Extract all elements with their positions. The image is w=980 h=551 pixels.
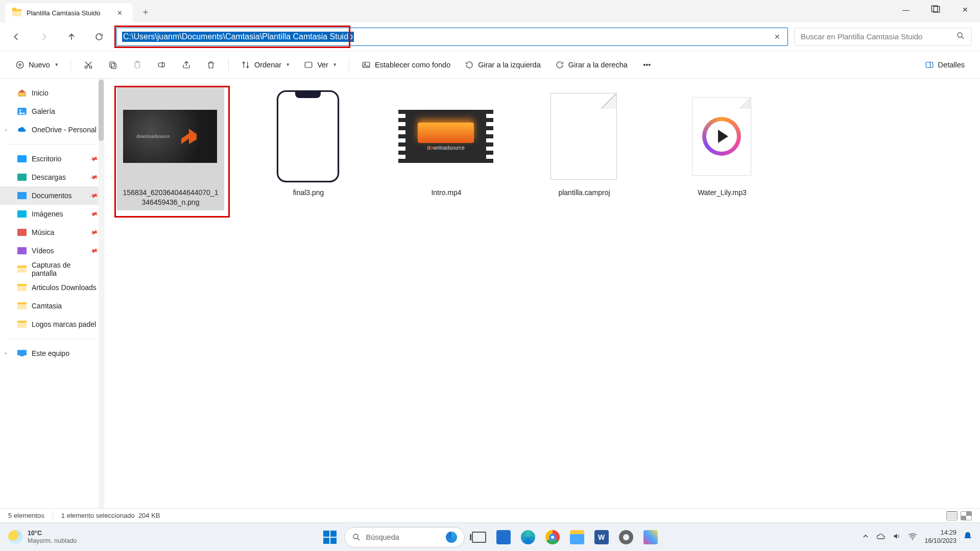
sidebar-label: Escritorio xyxy=(32,155,61,163)
set-background-button[interactable]: Establecer como fondo xyxy=(356,56,456,74)
taskbar-search[interactable]: Búsqueda xyxy=(344,527,465,547)
back-button[interactable] xyxy=(8,29,25,45)
address-bar[interactable]: C:\Users\juanm\Documents\Camtasia\Planti… xyxy=(116,28,788,46)
icons-view-button[interactable] xyxy=(961,511,972,520)
scrollbar-thumb[interactable] xyxy=(99,80,104,141)
paste-icon xyxy=(133,60,142,69)
new-button[interactable]: Nuevo ▾ xyxy=(10,56,63,74)
selection-info: 1 elemento seleccionado 204 KB xyxy=(61,512,160,519)
search-placeholder: Buscar en Plantilla Camtasia Stuido xyxy=(801,32,922,41)
maximize-icon xyxy=(931,5,940,14)
store-icon xyxy=(496,530,511,544)
rotate-left-button[interactable]: Girar a la izquierda xyxy=(460,56,546,74)
navigation-sidebar[interactable]: Inicio Galería › OneDrive - Personal Esc… xyxy=(0,79,104,508)
taskbar-app-paint[interactable] xyxy=(640,527,661,547)
minimize-button[interactable]: ― xyxy=(891,0,921,19)
taskbar-app-settings[interactable] xyxy=(616,527,636,547)
onedrive-tray-icon[interactable] xyxy=(876,533,886,541)
more-button[interactable]: ••• xyxy=(637,56,657,74)
close-button[interactable]: ✕ xyxy=(950,0,980,19)
new-tab-button[interactable]: ＋ xyxy=(137,3,154,20)
expand-icon[interactable]: › xyxy=(5,127,7,133)
view-button[interactable]: Ver ▾ xyxy=(299,56,342,74)
notifications-button[interactable] xyxy=(964,532,972,542)
weather-widget[interactable]: 10°C Mayorm. nublado xyxy=(8,530,77,545)
rename-button[interactable] xyxy=(152,56,172,74)
tab-close-button[interactable]: ✕ xyxy=(112,6,127,20)
taskbar-app-edge[interactable] xyxy=(518,527,538,547)
delete-button[interactable] xyxy=(201,56,221,74)
copy-button[interactable] xyxy=(103,56,123,74)
sidebar-scrollbar[interactable] xyxy=(99,79,104,508)
sidebar-item-downloads[interactable]: Descargas📌 xyxy=(0,168,104,186)
svg-point-20 xyxy=(912,539,913,540)
start-button[interactable] xyxy=(320,527,340,547)
task-view-icon xyxy=(472,532,486,543)
chevron-down-icon: ▾ xyxy=(286,61,290,68)
details-pane-button[interactable]: Detalles xyxy=(920,56,970,74)
search-input[interactable]: Buscar en Plantilla Camtasia Stuido xyxy=(794,28,972,46)
sidebar-item-documents[interactable]: Documentos📌 xyxy=(0,186,104,205)
pin-icon: 📌 xyxy=(89,246,99,255)
sort-button[interactable]: Ordenar ▾ xyxy=(236,56,295,74)
sidebar-item-pictures[interactable]: Imágenes📌 xyxy=(0,205,104,223)
sidebar-item-camtasia[interactable]: Camtasia xyxy=(0,297,104,315)
file-item[interactable]: plantilla.camproj xyxy=(528,86,640,201)
weather-icon xyxy=(8,530,22,544)
weather-desc: Mayorm. nublado xyxy=(28,537,77,545)
taskbar-center: Búsqueda W xyxy=(320,527,661,547)
file-thumbnail xyxy=(257,88,359,185)
sidebar-label: Logos marcas padel xyxy=(32,320,96,328)
sidebar-label: Este equipo xyxy=(32,349,69,357)
file-area[interactable]: downloadsource 156834_620364044644070_13… xyxy=(104,79,980,508)
plus-circle-icon xyxy=(15,60,25,69)
rotate-right-button[interactable]: Girar a la derecha xyxy=(550,56,633,74)
volume-icon[interactable] xyxy=(893,532,901,542)
video-preview: downloadsource xyxy=(398,110,493,163)
taskbar-app-chrome[interactable] xyxy=(542,527,563,547)
taskbar-app-word[interactable]: W xyxy=(591,527,612,547)
wifi-icon[interactable] xyxy=(908,533,917,541)
sidebar-item-logos[interactable]: Logos marcas padel xyxy=(0,315,104,333)
sidebar-item-music[interactable]: Música📌 xyxy=(0,223,104,242)
view-mode-toggle xyxy=(946,511,972,520)
file-item[interactable]: downloadsource Intro.mp4 xyxy=(390,86,503,201)
sidebar-item-gallery[interactable]: Galería xyxy=(0,102,104,121)
taskbar-app-explorer[interactable] xyxy=(567,527,587,547)
refresh-button[interactable] xyxy=(91,29,107,45)
sidebar-item-home[interactable]: Inicio xyxy=(0,84,104,102)
sidebar-item-videos[interactable]: Vídeos📌 xyxy=(0,242,104,260)
task-view-button[interactable] xyxy=(469,527,489,547)
sidebar-item-desktop[interactable]: Escritorio📌 xyxy=(0,150,104,168)
file-item[interactable]: Water_Lily.mp3 xyxy=(666,86,778,201)
file-item[interactable]: downloadsource 156834_620364044644070_13… xyxy=(114,86,227,210)
pin-icon: 📌 xyxy=(89,228,99,237)
forward-button[interactable] xyxy=(36,29,52,45)
pc-icon xyxy=(17,350,27,357)
taskbar-app-store[interactable] xyxy=(493,527,514,547)
tray-overflow-button[interactable] xyxy=(862,533,869,541)
share-button[interactable] xyxy=(176,56,197,74)
up-button[interactable] xyxy=(63,29,80,45)
address-clear-button[interactable]: ✕ xyxy=(772,33,782,41)
sidebar-item-onedrive[interactable]: › OneDrive - Personal xyxy=(0,121,104,139)
set-background-label: Establecer como fondo xyxy=(375,61,450,69)
file-item[interactable]: final3.png xyxy=(252,86,365,201)
expand-icon[interactable]: › xyxy=(3,352,9,354)
clock[interactable]: 14:29 16/10/2023 xyxy=(924,529,957,545)
cut-button[interactable] xyxy=(78,56,99,74)
window-tab[interactable]: Plantilla Camtasia Stuido ✕ xyxy=(5,3,133,22)
details-view-button[interactable] xyxy=(946,511,958,520)
sidebar-item-thispc[interactable]: › Este equipo xyxy=(0,344,104,363)
taskbar: 10°C Mayorm. nublado Búsqueda W 14:29 16… xyxy=(0,522,980,551)
sidebar-item-screenshots[interactable]: Capturas de pantalla xyxy=(0,260,104,278)
rotate-right-label: Girar a la derecha xyxy=(568,61,628,69)
address-path[interactable]: C:\Users\juanm\Documents\Camtasia\Planti… xyxy=(122,32,354,42)
paste-button[interactable] xyxy=(127,56,148,74)
maximize-button[interactable] xyxy=(921,0,950,19)
file-name: Intro.mp4 xyxy=(395,187,498,199)
copy-icon xyxy=(108,60,117,69)
details-pane-icon xyxy=(925,60,934,69)
titlebar: Plantilla Camtasia Stuido ✕ ＋ ― ✕ xyxy=(0,0,980,22)
sidebar-item-articles[interactable]: Articulos Downloads xyxy=(0,278,104,297)
